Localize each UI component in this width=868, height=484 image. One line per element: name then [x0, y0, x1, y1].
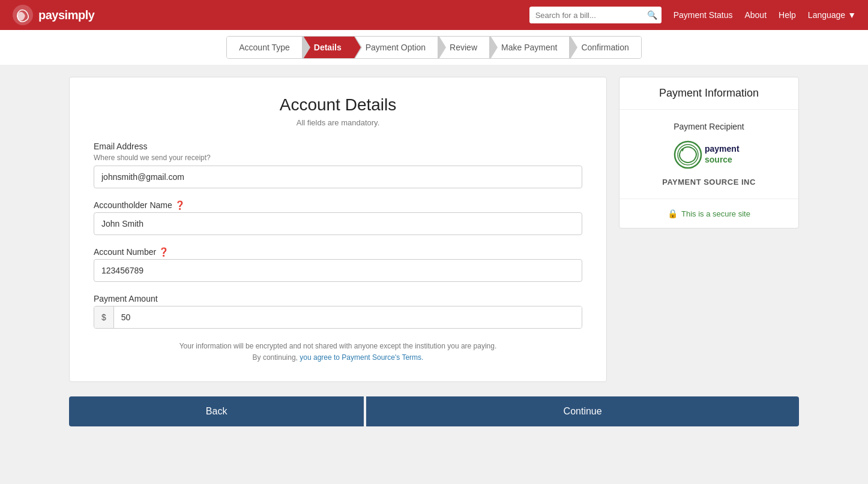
payment-source-logo: payment source [629, 139, 789, 172]
required-icon-number: ❓ [158, 247, 169, 257]
email-input[interactable] [94, 166, 582, 188]
payment-amount-input[interactable] [114, 306, 582, 328]
ps-logo-svg: payment source [670, 139, 748, 172]
email-group: Email Address Where should we send your … [94, 142, 582, 188]
payment-info-title: Payment Information [619, 77, 798, 110]
account-number-group: Account Number ❓ [94, 247, 582, 282]
amount-prefix: $ [94, 306, 114, 328]
nav-about[interactable]: About [744, 10, 767, 20]
accountholder-label: Accountholder Name ❓ [94, 200, 582, 210]
search-button[interactable]: 🔍 [642, 7, 662, 23]
form-subtitle: All fields are mandatory. [94, 118, 582, 127]
step-account-type[interactable]: Account Type [227, 37, 302, 58]
logo: paysimply [12, 4, 94, 26]
nav-payment-status[interactable]: Payment Status [674, 10, 733, 20]
terms-link[interactable]: you agree to Payment Source's Terms. [300, 353, 423, 362]
form-card: Account Details All fields are mandatory… [69, 77, 607, 382]
logo-icon [12, 4, 34, 26]
email-label: Email Address [94, 142, 582, 151]
back-button[interactable]: Back [69, 396, 364, 426]
header-nav: 🔍 Payment Status About Help Language ▼ [529, 7, 856, 23]
payment-amount-label: Payment Amount [94, 294, 582, 303]
accountholder-group: Accountholder Name ❓ [94, 200, 582, 235]
step-payment-option[interactable]: Payment Option [354, 37, 438, 58]
continue-button[interactable]: Continue [366, 396, 799, 426]
account-number-label: Account Number ❓ [94, 247, 582, 257]
secure-label: This is a secure site [681, 209, 750, 218]
search-input[interactable] [529, 7, 642, 23]
accountholder-input[interactable] [94, 212, 582, 235]
secure-text-section: 🔒 This is a secure site [619, 199, 798, 228]
amount-wrapper: $ [94, 306, 582, 329]
required-icon-name: ❓ [175, 200, 185, 210]
lock-icon: 🔒 [668, 209, 678, 218]
step-make-payment[interactable]: Make Payment [489, 37, 569, 58]
header: paysimply 🔍 Payment Status About Help La… [0, 0, 868, 30]
nav-help[interactable]: Help [779, 10, 796, 20]
recipient-name: PAYMENT SOURCE INC [629, 178, 789, 187]
stepper: Account Type Details Payment Option Revi… [226, 36, 642, 59]
recipient-label: Payment Recipient [629, 122, 789, 131]
search-box[interactable]: 🔍 [529, 7, 662, 23]
privacy-text: Your information will be encrypted and n… [94, 341, 582, 363]
form-title: Account Details [94, 95, 582, 115]
svg-point-1 [675, 142, 701, 168]
stepper-wrapper: Account Type Details Payment Option Revi… [0, 30, 868, 65]
svg-text:payment: payment [705, 144, 740, 154]
payment-recipient-section: Payment Recipient payment source [619, 110, 798, 199]
svg-point-2 [678, 145, 698, 165]
account-number-input[interactable] [94, 259, 582, 282]
email-sublabel: Where should we send your receipt? [94, 154, 582, 162]
button-row: Back Continue [0, 396, 868, 426]
nav-language[interactable]: Language ▼ [808, 10, 856, 20]
step-confirmation[interactable]: Confirmation [569, 37, 640, 58]
main-content: Account Details All fields are mandatory… [0, 65, 868, 394]
svg-text:source: source [705, 155, 732, 164]
payment-amount-group: Payment Amount $ [94, 294, 582, 329]
payment-info-card: Payment Information Payment Recipient pa… [619, 77, 799, 229]
logo-text: paysimply [38, 8, 94, 22]
